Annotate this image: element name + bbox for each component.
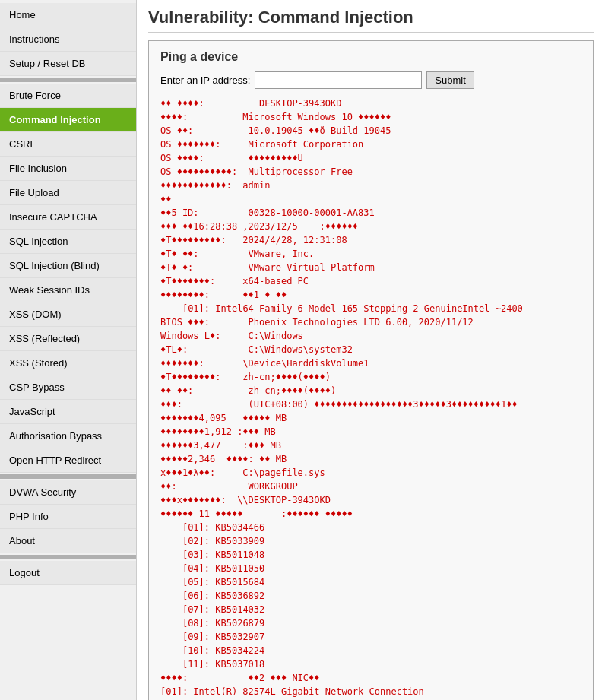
- sidebar-item-php-info[interactable]: PHP Info: [0, 505, 136, 529]
- ping-title: Ping a device: [160, 50, 581, 64]
- sidebar-item-dvwa-security[interactable]: DVWA Security: [0, 480, 136, 505]
- ip-label: Enter an IP address:: [160, 74, 250, 86]
- page-title: Vulnerability: Command Injection: [148, 8, 594, 33]
- main-content: Vulnerability: Command Injection Ping a …: [137, 0, 605, 700]
- sidebar-item-csp-bypass[interactable]: CSP Bypass: [0, 375, 136, 400]
- sidebar-item-logout[interactable]: Logout: [0, 561, 136, 585]
- sidebar-item-xss-dom[interactable]: XSS (DOM): [0, 302, 136, 327]
- sidebar-item-setup[interactable]: Setup / Reset DB: [0, 52, 136, 76]
- ping-form: Enter an IP address: Submit: [160, 71, 581, 89]
- sidebar-item-about[interactable]: About: [0, 529, 136, 553]
- ping-box: Ping a device Enter an IP address: Submi…: [148, 40, 594, 700]
- sidebar-item-sql-injection[interactable]: SQL Injection: [0, 230, 136, 254]
- sidebar-item-sql-injection-blind[interactable]: SQL Injection (Blind): [0, 254, 136, 278]
- sidebar-item-insecure-captcha[interactable]: Insecure CAPTCHA: [0, 205, 136, 230]
- sidebar-item-javascript[interactable]: JavaScript: [0, 400, 136, 424]
- sidebar-item-file-upload[interactable]: File Upload: [0, 181, 136, 205]
- sidebar-item-xss-stored[interactable]: XSS (Stored): [0, 351, 136, 375]
- sidebar-item-xss-reflected[interactable]: XSS (Reflected): [0, 327, 136, 351]
- sidebar-item-home[interactable]: Home: [0, 3, 136, 27]
- sidebar-item-weak-session-ids[interactable]: Weak Session IDs: [0, 278, 136, 302]
- sidebar-item-csrf[interactable]: CSRF: [0, 132, 136, 157]
- sidebar-item-brute-force[interactable]: Brute Force: [0, 84, 136, 108]
- sidebar-divider-2: [0, 474, 136, 479]
- sidebar-item-command-injection[interactable]: Command Injection: [0, 108, 136, 132]
- sidebar-item-instructions[interactable]: Instructions: [0, 27, 136, 52]
- sidebar-item-file-inclusion[interactable]: File Inclusion: [0, 157, 136, 181]
- sidebar: Home Instructions Setup / Reset DB Brute…: [0, 0, 137, 700]
- sidebar-item-open-http-redirect[interactable]: Open HTTP Redirect: [0, 448, 136, 473]
- sidebar-divider-3: [0, 555, 136, 559]
- ip-input[interactable]: [255, 71, 422, 89]
- sidebar-divider-1: [0, 78, 136, 82]
- sidebar-item-authorisation-bypass[interactable]: Authorisation Bypass: [0, 424, 136, 448]
- submit-button[interactable]: Submit: [426, 71, 474, 89]
- command-output: ♦♦ ♦♦♦♦: DESKTOP-3943OKD ♦♦♦♦: Microsoft…: [160, 97, 581, 700]
